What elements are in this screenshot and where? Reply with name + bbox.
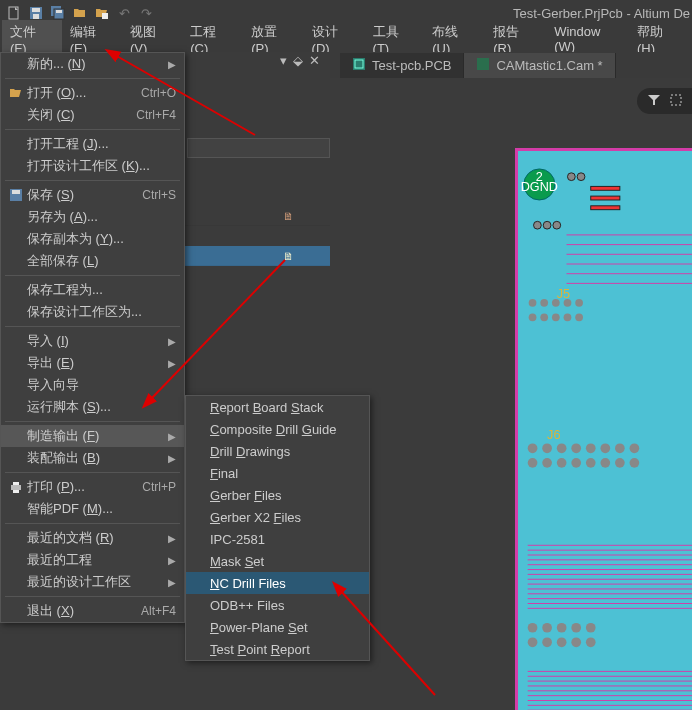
svg-point-20 <box>553 221 561 229</box>
svg-point-28 <box>552 313 560 321</box>
menu-separator <box>5 421 180 422</box>
menu-row[interactable]: 导入向导 <box>1 374 184 396</box>
tab-test-pcb[interactable]: Test-pcb.PCB <box>340 53 464 78</box>
close-icon[interactable]: ✕ <box>309 53 320 68</box>
menu-separator <box>5 472 180 473</box>
blank-icon <box>5 377 27 393</box>
submenu-row[interactable]: Composite Drill Guide <box>186 418 369 440</box>
pin-icon[interactable]: ⬙ <box>293 53 303 68</box>
menu-separator <box>5 275 180 276</box>
select-icon[interactable] <box>669 93 683 110</box>
menu-row[interactable]: 导出 (E)▶ <box>1 352 184 374</box>
pcb-board[interactable]: 2 DGND <box>515 148 692 710</box>
menu-row[interactable]: 退出 (X)Alt+F4 <box>1 600 184 622</box>
submenu-row[interactable]: Gerber X2 Files <box>186 506 369 528</box>
svg-rect-11 <box>671 95 681 105</box>
svg-point-41 <box>542 458 552 468</box>
menu-row-label: 制造输出 (F) <box>27 427 162 445</box>
svg-point-30 <box>575 313 583 321</box>
blank-icon <box>5 282 27 298</box>
menu-row[interactable]: 运行脚本 (S)... <box>1 396 184 418</box>
submenu-label: Drill Drawings <box>210 444 361 459</box>
menu-row[interactable]: 关闭 (C)Ctrl+F4 <box>1 104 184 126</box>
svg-point-39 <box>630 443 640 453</box>
menu-row[interactable]: 保存副本为 (Y)... <box>1 228 184 250</box>
menu-separator <box>5 180 180 181</box>
blank-icon <box>5 552 27 568</box>
submenu-row[interactable]: Report Board Stack <box>186 396 369 418</box>
tab-camtastic[interactable]: CAMtastic1.Cam * <box>464 53 615 78</box>
menu-row[interactable]: 全部保存 (L) <box>1 250 184 272</box>
menu-row[interactable]: 另存为 (A)... <box>1 206 184 228</box>
menu-row[interactable]: 最近的工程▶ <box>1 549 184 571</box>
menu-row-label: 最近的文档 (R) <box>27 529 162 547</box>
submenu-row[interactable]: Gerber Files <box>186 484 369 506</box>
blank-icon <box>5 428 27 444</box>
submenu-label: Composite Drill Guide <box>210 422 361 437</box>
blank-icon <box>5 603 27 619</box>
svg-point-18 <box>534 221 542 229</box>
svg-point-35 <box>571 443 581 453</box>
submenu-row[interactable]: Drill Drawings <box>186 440 369 462</box>
blank-icon <box>5 56 27 72</box>
panel-row[interactable] <box>187 138 330 158</box>
funnel-icon[interactable] <box>647 93 661 110</box>
submenu-row[interactable]: IPC-2581 <box>186 528 369 550</box>
menu-row-label: 打开设计工作区 (K)... <box>27 157 176 175</box>
svg-point-52 <box>571 623 581 633</box>
submenu-label: Test Point Report <box>210 642 361 657</box>
submenu-row[interactable]: Power-Plane Set <box>186 616 369 638</box>
pcb-graphics: 2 DGND <box>518 151 692 710</box>
menu-row-label: 全部保存 (L) <box>27 252 176 270</box>
menu-row[interactable]: 打开设计工作区 (K)... <box>1 155 184 177</box>
svg-point-58 <box>586 637 596 647</box>
menu-row[interactable]: 装配输出 (B)▶ <box>1 447 184 469</box>
menu-row-label: 导出 (E) <box>27 354 162 372</box>
submenu-row[interactable]: NC Drill Files <box>186 572 369 594</box>
svg-text:J6: J6 <box>547 428 560 442</box>
menu-row[interactable]: 最近的设计工作区▶ <box>1 571 184 593</box>
blank-icon <box>5 209 27 225</box>
menu-row-shortcut: Ctrl+S <box>142 188 176 202</box>
svg-rect-15 <box>591 186 620 190</box>
menu-row[interactable]: 新的... (N)▶ <box>1 53 184 75</box>
menu-row[interactable]: 保存工程为... <box>1 279 184 301</box>
menu-row[interactable]: 打印 (P)...Ctrl+P <box>1 476 184 498</box>
svg-rect-17 <box>591 206 620 210</box>
svg-point-19 <box>543 221 551 229</box>
svg-point-43 <box>571 458 581 468</box>
menu-row[interactable]: 导入 (I)▶ <box>1 330 184 352</box>
submenu-row[interactable]: Final <box>186 462 369 484</box>
svg-point-56 <box>557 637 567 647</box>
menu-row-label: 最近的工程 <box>27 551 162 569</box>
menu-row[interactable]: 最近的文档 (R)▶ <box>1 527 184 549</box>
submenu-label: ODB++ Files <box>210 598 361 613</box>
filter-toolbar[interactable] <box>637 88 692 114</box>
save-icon <box>5 187 27 203</box>
dropdown-icon[interactable]: ▾ <box>280 53 287 68</box>
open-icon <box>5 85 27 101</box>
svg-point-34 <box>557 443 567 453</box>
menu-row[interactable]: 打开工程 (J)... <box>1 133 184 155</box>
svg-point-37 <box>600 443 610 453</box>
chevron-right-icon: ▶ <box>168 453 176 464</box>
menu-row[interactable]: 保存 (S)Ctrl+S <box>1 184 184 206</box>
menu-row-label: 关闭 (C) <box>27 106 136 124</box>
svg-point-38 <box>615 443 625 453</box>
svg-point-54 <box>528 637 538 647</box>
blank-icon <box>5 450 27 466</box>
svg-point-27 <box>540 313 548 321</box>
chevron-right-icon: ▶ <box>168 336 176 347</box>
menu-row[interactable]: 保存设计工作区为... <box>1 301 184 323</box>
menu-row[interactable]: 打开 (O)...Ctrl+O <box>1 82 184 104</box>
menu-row[interactable]: 制造输出 (F)▶ <box>1 425 184 447</box>
menu-row[interactable]: 智能PDF (M)... <box>1 498 184 520</box>
svg-point-36 <box>586 443 596 453</box>
blank-icon <box>5 107 27 123</box>
net-badge-name: DGND <box>521 180 558 194</box>
submenu-row[interactable]: ODB++ Files <box>186 594 369 616</box>
svg-point-46 <box>615 458 625 468</box>
submenu-row[interactable]: Test Point Report <box>186 638 369 660</box>
submenu-row[interactable]: Mask Set <box>186 550 369 572</box>
pcb-editor[interactable]: 2 DGND <box>340 78 692 710</box>
